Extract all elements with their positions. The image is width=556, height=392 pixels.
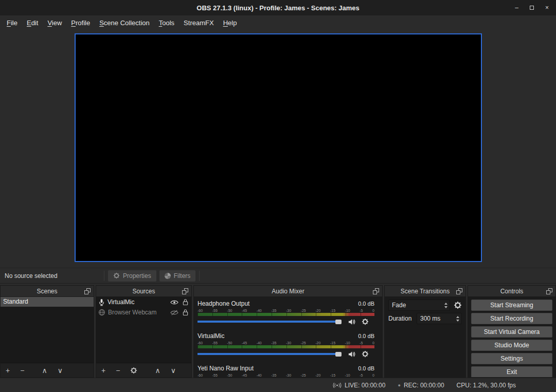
- popout-icon[interactable]: [182, 288, 188, 294]
- cpu-status: CPU: 1.2%, 30.00 fps: [457, 382, 516, 389]
- source-row-virtualmic[interactable]: VirtualMic: [96, 297, 191, 307]
- slider-handle[interactable]: [335, 320, 342, 324]
- scene-transitions-dock-title: Scene Transitions: [401, 288, 450, 295]
- popout-icon[interactable]: [456, 288, 462, 294]
- lock-icon[interactable]: [183, 298, 188, 306]
- duration-value: 300 ms: [420, 315, 440, 322]
- slider-handle[interactable]: [335, 352, 342, 357]
- globe-icon: [98, 309, 105, 316]
- gear-icon[interactable]: [362, 318, 369, 325]
- eye-slash-icon[interactable]: [170, 310, 178, 315]
- gear-icon[interactable]: [362, 350, 369, 358]
- volume-slider[interactable]: [198, 319, 342, 325]
- source-toolbar: No source selected Properties Filters: [0, 268, 556, 284]
- eye-icon[interactable]: [170, 300, 178, 305]
- properties-label: Properties: [123, 272, 151, 279]
- chevron-up-icon[interactable]: ∧: [42, 363, 47, 378]
- minimize-icon[interactable]: –: [515, 0, 518, 15]
- broadcast-icon: [333, 382, 342, 388]
- audio-mixer-dock-title: Audio Mixer: [272, 288, 304, 295]
- mixer-channel-virtualmic: VirtualMic 0.0 dB -60-55-50-45-40-35-30-…: [198, 332, 374, 358]
- window-controls: – ×: [515, 0, 549, 15]
- scenes-list: Standard: [1, 297, 94, 363]
- filters-button[interactable]: Filters: [159, 270, 196, 282]
- speaker-icon[interactable]: [348, 318, 355, 326]
- cpu-fps-text: CPU: 1.2%, 30.00 fps: [457, 382, 516, 389]
- combo-arrows-icon[interactable]: [444, 300, 447, 310]
- plus-icon[interactable]: +: [6, 363, 10, 378]
- gear-icon: [113, 272, 120, 279]
- start-virtual-camera-button[interactable]: Start Virtual Camera: [471, 326, 552, 338]
- gear-icon[interactable]: [454, 301, 462, 309]
- toolbar-separator: [104, 271, 104, 281]
- menu-bar: File Edit View Profile Scene Collection …: [0, 15, 556, 30]
- scenes-toolbar: + − ∧ ∨: [1, 363, 94, 377]
- popout-icon[interactable]: [84, 288, 91, 294]
- filters-label: Filters: [174, 272, 191, 279]
- mixer-scale: -60-55-50-45-40-35-30-25-20-15-10-50: [198, 373, 374, 377]
- titlebar: OBS 27.1.3 (linux) - Profile: James - Sc…: [0, 0, 556, 15]
- scenes-dock-header: Scenes: [1, 286, 94, 297]
- source-row-browser-webcam[interactable]: Browser Webcam: [96, 307, 191, 318]
- mixer-channel-headphone-output: Headphone Output 0.0 dB -60-55-50-45-40-…: [198, 300, 374, 326]
- window-title: OBS 27.1.3 (linux) - Profile: James - Sc…: [196, 4, 359, 12]
- mixer-channel-yeti-nano: Yeti Nano Raw Input 0.0 dB -60-55-50-45-…: [198, 364, 374, 377]
- sources-toolbar: + − ∧ ∨: [96, 363, 191, 377]
- mixer-scale: -60-55-50-45-40-35-30-25-20-15-10-50: [198, 308, 374, 313]
- obs-window: OBS 27.1.3 (linux) - Profile: James - Sc…: [0, 0, 556, 392]
- controls-dock: Controls Start Streaming Start Recording…: [468, 285, 556, 378]
- chevron-down-icon[interactable]: ∨: [171, 363, 176, 378]
- minus-icon[interactable]: −: [116, 363, 120, 378]
- menu-edit[interactable]: Edit: [22, 16, 43, 29]
- plus-icon[interactable]: +: [101, 363, 105, 378]
- speaker-icon[interactable]: [348, 350, 355, 358]
- popout-icon[interactable]: [373, 288, 379, 294]
- source-name: VirtualMic: [107, 298, 170, 306]
- source-name: Browser Webcam: [108, 309, 170, 316]
- properties-button[interactable]: Properties: [108, 270, 156, 282]
- volume-slider[interactable]: [198, 351, 342, 357]
- menu-file[interactable]: File: [2, 16, 22, 29]
- status-bar: LIVE: 00:00:00 ● REC: 00:00:00 CPU: 1.2%…: [0, 378, 556, 392]
- menu-help[interactable]: Help: [219, 16, 242, 29]
- mixer-channel-name: Yeti Nano Raw Input: [198, 365, 254, 372]
- mixer-db-value: 0.0 dB: [358, 333, 374, 339]
- sources-list: VirtualMic Browser Webcam: [96, 297, 191, 363]
- no-source-label: No source selected: [0, 272, 102, 279]
- maximize-icon[interactable]: [530, 0, 534, 15]
- exit-button[interactable]: Exit: [471, 366, 552, 377]
- mixer-db-value: 0.0 dB: [358, 365, 374, 371]
- filters-icon: [165, 273, 171, 279]
- scene-transitions-dock: Scene Transitions Fade Duration 300 ms: [384, 285, 466, 378]
- studio-mode-button[interactable]: Studio Mode: [471, 340, 552, 351]
- scene-transitions-dock-header: Scene Transitions: [385, 286, 465, 297]
- close-icon[interactable]: ×: [545, 0, 549, 15]
- duration-spinbox[interactable]: 300 ms: [417, 313, 462, 324]
- volume-meter: [198, 313, 374, 316]
- spin-down-icon[interactable]: [456, 320, 459, 322]
- transition-select[interactable]: Fade: [388, 300, 450, 311]
- chevron-down-icon[interactable]: ∨: [58, 363, 63, 378]
- menu-profile[interactable]: Profile: [66, 16, 95, 29]
- chevron-up-icon[interactable]: ∧: [155, 363, 160, 378]
- spin-up-icon[interactable]: [456, 316, 459, 318]
- controls-body: Start Streaming Start Recording Start Vi…: [468, 297, 555, 377]
- menu-scene-collection[interactable]: Scene Collection: [95, 16, 154, 29]
- audio-mixer-dock: Audio Mixer Headphone Output 0.0 dB -60-…: [193, 285, 383, 378]
- settings-button[interactable]: Settings: [471, 353, 552, 364]
- mixer-channel-name: Headphone Output: [198, 300, 249, 307]
- audio-mixer-body: Headphone Output 0.0 dB -60-55-50-45-40-…: [194, 297, 382, 377]
- minus-icon[interactable]: −: [20, 363, 24, 378]
- lock-icon[interactable]: [183, 309, 188, 316]
- menu-view[interactable]: View: [43, 16, 66, 29]
- start-streaming-button[interactable]: Start Streaming: [471, 300, 552, 311]
- menu-tools[interactable]: Tools: [154, 16, 179, 29]
- popout-icon[interactable]: [546, 288, 552, 294]
- start-recording-button[interactable]: Start Recording: [471, 313, 552, 324]
- preview-canvas[interactable]: [75, 33, 482, 262]
- scene-item[interactable]: Standard: [1, 297, 94, 307]
- live-status: LIVE: 00:00:00: [333, 382, 385, 389]
- gear-icon[interactable]: [130, 367, 137, 374]
- menu-streamfx[interactable]: StreamFX: [179, 16, 219, 29]
- sources-dock-header: Sources: [96, 286, 191, 297]
